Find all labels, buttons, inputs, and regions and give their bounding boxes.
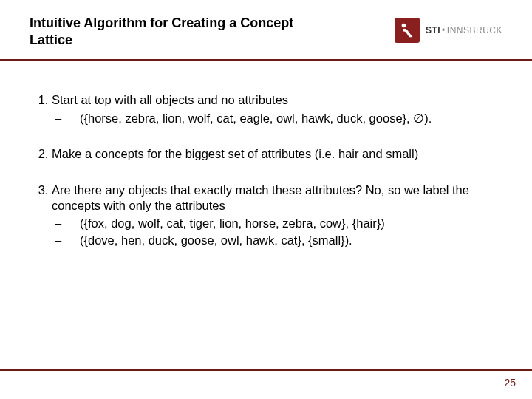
page-number: 25 <box>504 377 516 389</box>
logo-icon <box>395 18 420 43</box>
page-title: Intuitive Algorithm for Creating a Conce… <box>30 15 325 48</box>
logo-text-sti: STI <box>426 25 440 35</box>
sub-item: ({horse, zebra, lion, wolf, cat, eagle, … <box>55 111 501 126</box>
slide: Intuitive Algorithm for Creating a Conce… <box>0 0 532 399</box>
item-text: Are there any objects that exactly match… <box>52 183 469 212</box>
logo-text-inn: INNSBRUCK <box>447 25 502 35</box>
item-text: Make a concepts for the biggest set of a… <box>52 147 418 160</box>
list-item: Start at top with all objects and no att… <box>52 92 501 126</box>
divider-bottom <box>0 369 532 371</box>
divider-top <box>0 59 532 61</box>
item-text: Start at top with all objects and no att… <box>52 93 288 106</box>
sub-item: ({dove, hen, duck, goose, owl, hawk, cat… <box>55 233 501 248</box>
sub-item: ({fox, dog, wolf, cat, tiger, lion, hors… <box>55 216 501 231</box>
list-item: Make a concepts for the biggest set of a… <box>52 146 501 162</box>
logo-text: STI•INNSBRUCK <box>426 25 502 35</box>
svg-point-0 <box>402 24 406 27</box>
logo: STI•INNSBRUCK <box>395 18 502 43</box>
content: Start at top with all objects and no att… <box>31 92 501 268</box>
list-item: Are there any objects that exactly match… <box>52 183 501 248</box>
header: Intuitive Algorithm for Creating a Conce… <box>30 15 502 55</box>
